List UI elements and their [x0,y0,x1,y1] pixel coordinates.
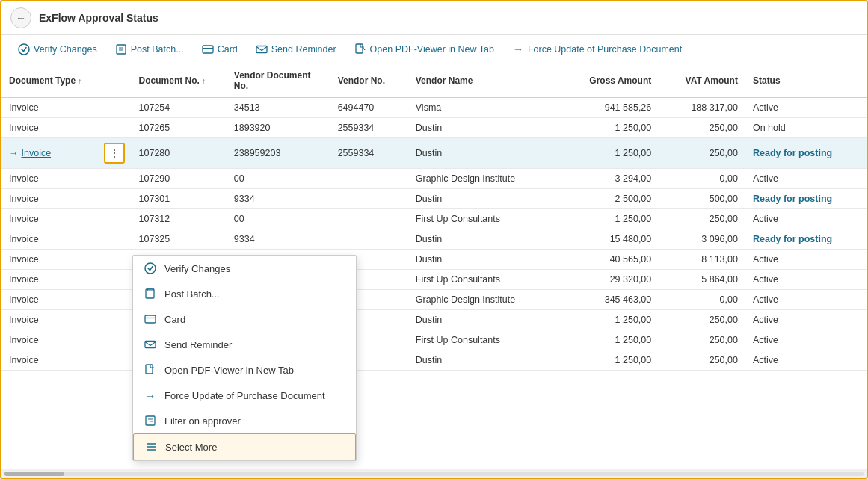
ctx-post-batch[interactable]: Post Batch... [133,281,356,306]
ctx-select-more[interactable]: Select More [133,433,356,460]
doc-type-cell: Invoice [1,229,96,250]
ctx-card-icon [144,312,157,326]
vendor-doc-cell: 34513 [227,98,330,118]
doc-type-text: Invoice [9,194,39,204]
ctx-open-pdf[interactable]: Open PDF-Viewer in New Tab [133,357,356,383]
col-header-status[interactable]: Status [745,64,867,98]
table-row[interactable]: Invoice1073019334Dustin2 500,00500,00Rea… [1,189,867,209]
doc-no-cell: 107325 [132,229,227,250]
vendor-doc-cell: 238959203 [227,138,330,169]
ctx-verify-changes[interactable]: Verify Changes [133,256,356,281]
open-pdf-label: Open PDF-Viewer in New Tab [370,44,494,55]
vat-cell: 0,00 [659,290,745,310]
gross-cell: 1 250,00 [564,350,659,371]
doc-type-cell: Invoice [1,290,96,310]
doc-type-text: Invoice [9,254,39,265]
row-arrow-indicator: → [9,148,19,158]
col-header-vat[interactable]: VAT Amount [659,64,745,98]
table-row[interactable]: Invoice10726518939202559334Dustin1 250,0… [1,118,867,138]
doc-type-cell: Invoice [1,310,96,330]
scrollbar-thumb[interactable] [4,472,64,476]
ctx-send-reminder[interactable]: Send Reminder [133,332,356,357]
status-cell: Active [745,310,867,330]
vendor-no-cell: 2559334 [330,118,408,138]
table-row[interactable]: Invoice1073759334Dustin1 250,00250,00Act… [1,310,867,330]
actions-cell [96,189,131,209]
vat-cell: 250,00 [659,138,745,169]
doc-no-cell: 107280 [132,138,227,169]
vat-cell: 250,00 [659,209,745,229]
svg-rect-13 [145,342,156,348]
horizontal-scrollbar[interactable] [1,469,867,478]
post-batch-button[interactable]: Post Batch... [108,40,191,59]
svg-rect-15 [146,416,155,425]
ctx-open-pdf-icon [144,363,157,377]
vendor-name-cell: Dustin [408,189,564,209]
vat-cell: 500,00 [659,189,745,209]
vat-cell: 188 317,00 [659,98,745,118]
table-row[interactable]: Invoice10738800First Up Consultants1 250… [1,330,867,350]
table-row[interactable]: Invoice1073259334Dustin15 480,003 096,00… [1,229,867,250]
status-cell: Active [745,169,867,189]
ctx-open-pdf-label: Open PDF-Viewer in New Tab [164,365,294,376]
verify-changes-button[interactable]: Verify Changes [10,40,105,59]
vendor-doc-cell: 00 [227,169,330,189]
table-row[interactable]: Invoice10736200Graphic Design Institute3… [1,290,867,310]
doc-type-cell: Invoice [1,350,96,371]
svg-rect-4 [203,46,213,53]
send-reminder-icon [256,43,268,55]
doc-type-link[interactable]: Invoice [22,148,52,158]
col-header-gross[interactable]: Gross Amount [564,64,659,98]
doc-type-cell: Invoice [1,330,96,350]
send-reminder-button[interactable]: Send Reminder [248,40,344,59]
col-header-vendor-no[interactable]: Vendor No. [330,64,408,98]
open-pdf-button[interactable]: Open PDF-Viewer in New Tab [347,40,502,59]
col-header-vendor-name[interactable]: Vendor Name [408,64,564,98]
table-row[interactable]: →Invoice⋮1072802389592032559334Dustin1 2… [1,138,867,169]
col-header-doc-type[interactable]: Document Type↑ [1,64,96,98]
table-row[interactable]: Invoice1073389334Dustin40 565,008 113,00… [1,250,867,270]
row-actions-button[interactable]: ⋮ [104,143,125,164]
vat-cell: 3 096,00 [659,229,745,250]
actions-cell [96,169,131,189]
actions-cell [96,270,131,290]
table-row[interactable]: Invoice107254345136494470Visma941 585,26… [1,98,867,118]
card-button[interactable]: Card [194,40,245,59]
doc-type-text: Invoice [9,123,39,133]
ctx-force-update[interactable]: → Force Update of Purchase Document [133,383,356,408]
status-cell: Ready for posting [745,189,867,209]
window-title: ExFlow Approval Status [39,12,158,24]
vendor-name-cell: Dustin [408,138,564,169]
svg-point-0 [19,44,29,55]
table-row[interactable]: Invoice10735000First Up Consultants29 32… [1,270,867,290]
vendor-no-cell [330,189,408,209]
table-row[interactable]: Invoice1074019334Dustin1 250,00250,00Act… [1,350,867,371]
vendor-doc-cell: 9334 [227,189,330,209]
doc-type-text: Invoice [9,335,39,345]
verify-changes-icon [18,43,30,55]
col-header-doc-no[interactable]: Document No.↑ [132,64,227,98]
send-reminder-label: Send Reminder [271,44,336,55]
force-update-button[interactable]: → Force Update of Purchase Document [505,40,689,59]
doc-type-cell: Invoice [1,98,96,118]
doc-no-cell: 107265 [132,118,227,138]
svg-rect-1 [117,45,126,54]
ctx-card[interactable]: Card [133,306,356,332]
col-header-actions [96,64,131,98]
doc-type-cell: Invoice [1,189,96,209]
main-window: ← ExFlow Approval Status Verify Changes … [0,0,868,479]
ctx-filter-approver[interactable]: Filter on approver [133,408,356,433]
ctx-filter-label: Filter on approver [164,415,241,427]
table-row[interactable]: Invoice10731200First Up Consultants1 250… [1,209,867,229]
doc-type-text: Invoice [9,173,39,184]
vendor-name-cell: Graphic Design Institute [408,169,564,189]
ctx-verify-icon [144,262,157,275]
doc-type-cell: Invoice [1,209,96,229]
ctx-send-reminder-label: Send Reminder [164,339,232,350]
col-header-vendor-doc[interactable]: Vendor Document No. [227,64,330,98]
back-button[interactable]: ← [10,7,31,28]
table-container: Document Type↑ Document No.↑ Vendor Docu… [1,64,867,469]
force-update-label: Force Update of Purchase Document [528,44,682,55]
table-row[interactable]: Invoice10729000Graphic Design Institute3… [1,169,867,189]
actions-cell [96,310,131,330]
